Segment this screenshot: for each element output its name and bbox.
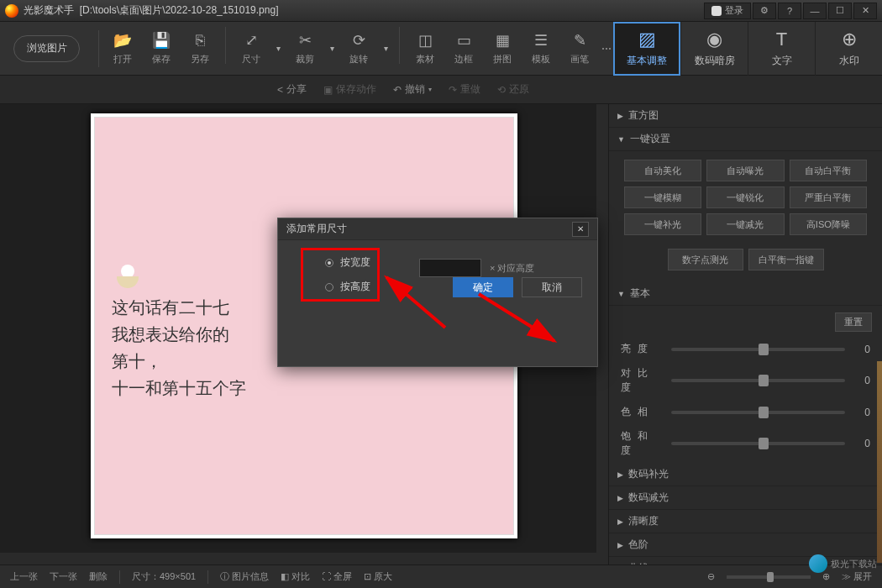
settings-button[interactable]: ⚙ [753, 3, 776, 19]
browse-images-button[interactable]: 浏览图片 [13, 35, 80, 62]
size-dropdown[interactable]: ▾ [271, 27, 285, 71]
ok-button[interactable]: 确定 [453, 277, 513, 297]
section-onekey[interactable]: ▼一键设置 [609, 128, 882, 151]
more-button[interactable]: ⋯ [600, 27, 613, 71]
wb-onekey-button[interactable]: 白平衡一指键 [748, 249, 824, 270]
bottom-bar: 上一张 下一张 删除 尺寸：499×501 ⓘ 图片信息 ◧ 对比 ⛶ 全屏 ⊡… [0, 564, 882, 588]
scrollbar-vertical[interactable] [596, 104, 608, 564]
save-as-button[interactable]: ⎘另存 [181, 27, 218, 71]
delete-button[interactable]: 删除 [89, 570, 108, 583]
rotate-button[interactable]: ⟳旋转 [340, 27, 377, 71]
next-image-button[interactable]: 下一张 [50, 570, 77, 583]
crop-dropdown[interactable]: ▾ [325, 27, 339, 71]
dialog-titlebar[interactable]: 添加常用尺寸 ✕ [278, 218, 597, 240]
size-label: 尺寸：499×501 [132, 570, 196, 583]
open-button[interactable]: 📂打开 [104, 27, 141, 71]
scrollbar-horizontal[interactable] [0, 553, 596, 564]
zoom-out-button[interactable]: ⊖ [707, 571, 715, 582]
chevron-down-icon: ▾ [323, 39, 341, 58]
slider-thumb[interactable] [759, 375, 769, 386]
redo-button[interactable]: ↷重做 [449, 82, 480, 97]
collage-icon: ▦ [493, 31, 512, 50]
cancel-button[interactable]: 取消 [522, 277, 582, 297]
undo-icon: ↶ [393, 84, 402, 96]
slider-saturation[interactable]: 饱和度0 [609, 424, 882, 463]
save-action-button[interactable]: ▣保存动作 [323, 82, 376, 97]
image-info-button[interactable]: ⓘ 图片信息 [220, 570, 269, 583]
brush-icon: ✎ [570, 31, 589, 50]
auto-wb-button[interactable]: 自动白平衡 [790, 160, 867, 181]
redo-icon: ↷ [449, 84, 457, 96]
share-button[interactable]: <分享 [277, 82, 307, 97]
chevron-right-icon: ▶ [617, 494, 623, 502]
reset-button[interactable]: 重置 [835, 312, 872, 332]
save-button[interactable]: 💾保存 [143, 27, 180, 71]
onekey-blur-button[interactable]: 一键模糊 [624, 186, 701, 208]
slider-label: 饱和度 [621, 429, 663, 458]
original-size-button[interactable]: ⊡ 原大 [364, 570, 392, 583]
spot-meter-button[interactable]: 数字点测光 [668, 249, 743, 270]
compare-button[interactable]: ◧ 对比 [281, 570, 310, 583]
tab-darkroom[interactable]: ◉数码暗房 [680, 22, 748, 76]
auto-exposure-button[interactable]: 自动曝光 [706, 160, 784, 181]
border-button[interactable]: ▭边框 [445, 27, 482, 71]
section-dim-light[interactable]: ▶数码减光 [609, 486, 882, 510]
chevron-right-icon: ▶ [617, 112, 623, 120]
slider-label: 亮度 [621, 342, 663, 356]
severe-wb-button[interactable]: 严重白平衡 [790, 186, 867, 208]
chevron-right-icon: ▶ [617, 541, 623, 549]
restore-button[interactable]: ⟲还原 [497, 82, 529, 97]
slider-track[interactable] [671, 348, 845, 351]
section-basic[interactable]: ▼基本 [609, 282, 882, 306]
crop-icon: ✂ [296, 31, 314, 50]
section-clarity[interactable]: ▶清晰度 [609, 510, 882, 533]
minimize-button[interactable]: — [803, 3, 827, 19]
onekey-sharpen-button[interactable]: 一键锐化 [706, 186, 784, 208]
input-suffix-label: × 对应高度 [490, 262, 534, 275]
auto-beautify-button[interactable]: 自动美化 [624, 160, 701, 181]
slider-label: 色相 [621, 405, 663, 419]
dialog-close-button[interactable]: ✕ [572, 222, 589, 237]
template-button[interactable]: ☰模板 [522, 27, 559, 71]
collage-button[interactable]: ▦拼图 [484, 27, 521, 71]
chevron-down-icon: ▾ [376, 39, 395, 58]
slider-thumb[interactable] [759, 344, 769, 355]
slider-track[interactable] [671, 411, 845, 414]
help-button[interactable]: ? [778, 3, 801, 19]
slider-hue[interactable]: 色相0 [609, 400, 882, 424]
zoom-slider[interactable] [727, 575, 811, 579]
onekey-fill-button[interactable]: 一键补光 [624, 213, 701, 235]
chevron-down-icon: ▾ [269, 39, 287, 58]
tab-text[interactable]: T文字 [748, 22, 815, 76]
tab-watermark[interactable]: ⊕水印 [815, 22, 882, 76]
undo-button[interactable]: ↶撤销▾ [393, 82, 432, 97]
fullscreen-button[interactable]: ⛶ 全屏 [322, 570, 352, 583]
size-button[interactable]: ⤢尺寸 [233, 27, 270, 71]
restore-icon: ⟲ [497, 84, 506, 96]
section-levels[interactable]: ▶色阶 [609, 533, 882, 557]
brush-button[interactable]: ✎画笔 [561, 27, 598, 71]
prev-image-button[interactable]: 上一张 [10, 570, 38, 583]
close-button[interactable]: ✕ [853, 3, 877, 19]
material-button[interactable]: ◫素材 [407, 27, 444, 71]
slider-track[interactable] [671, 379, 845, 382]
crop-button[interactable]: ✂裁剪 [286, 27, 323, 71]
slider-thumb[interactable] [759, 438, 769, 449]
login-button[interactable]: 登录 [704, 3, 751, 19]
tool-group: 📂打开 💾保存 ⎘另存 ⤢尺寸 ▾ ✂裁剪 ▾ ⟳旋转 ▾ ◫素材 ▭边框 ▦拼… [104, 27, 613, 71]
watermark-icon: ⊕ [842, 29, 857, 50]
section-fill-light[interactable]: ▶数码补光 [609, 463, 882, 486]
slider-contrast[interactable]: 对比度0 [609, 361, 882, 400]
slider-brightness[interactable]: 亮度0 [609, 337, 882, 361]
rotate-dropdown[interactable]: ▾ [379, 27, 392, 71]
high-iso-button[interactable]: 高ISO降噪 [790, 213, 867, 235]
onekey-dim-button[interactable]: 一键减光 [706, 213, 784, 235]
size-input[interactable] [419, 259, 481, 277]
slider-track[interactable] [671, 442, 845, 445]
tab-basic-adjust[interactable]: ▨基本调整 [613, 22, 680, 76]
material-icon: ◫ [416, 31, 434, 50]
slider-thumb[interactable] [759, 407, 769, 418]
maximize-button[interactable]: ☐ [828, 3, 852, 19]
sub-toolbar: <分享 ▣保存动作 ↶撤销▾ ↷重做 ⟲还原 [0, 76, 882, 104]
section-histogram[interactable]: ▶直方图 [609, 104, 882, 128]
